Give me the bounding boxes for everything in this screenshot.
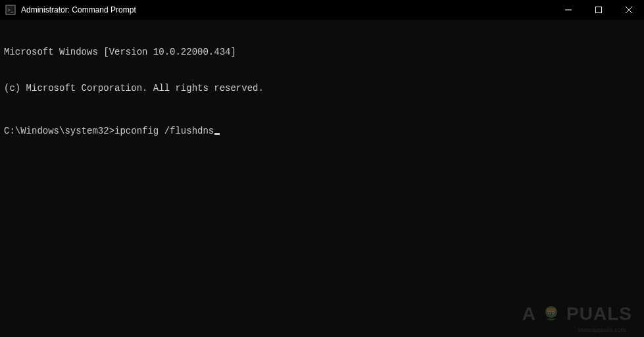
- typed-command: ipconfig /flushdns: [114, 125, 214, 137]
- svg-rect-3: [596, 7, 602, 13]
- terminal-output-line: Microsoft Windows [Version 10.0.22000.43…: [4, 46, 640, 58]
- close-icon: [626, 7, 632, 13]
- minimize-icon: [565, 7, 572, 13]
- svg-text:>_: >_: [7, 7, 14, 13]
- window-controls: [553, 0, 644, 19]
- prompt-line: C:\Windows\system32>ipconfig /flushdns: [4, 125, 640, 137]
- titlebar[interactable]: >_ Administrator: Command Prompt: [0, 0, 644, 20]
- maximize-button[interactable]: [583, 0, 614, 20]
- minimize-button[interactable]: [553, 0, 583, 20]
- prompt-path: C:\Windows\system32>: [4, 125, 114, 137]
- cursor: [214, 133, 220, 135]
- close-button[interactable]: [614, 0, 644, 20]
- terminal-area[interactable]: Microsoft Windows [Version 10.0.22000.43…: [0, 20, 644, 337]
- command-prompt-window: >_ Administrator: Command Prompt: [0, 0, 644, 337]
- cmd-icon: >_: [5, 5, 16, 15]
- maximize-icon: [595, 7, 602, 13]
- window-title: Administrator: Command Prompt: [21, 5, 553, 14]
- terminal-output-line: (c) Microsoft Corporation. All rights re…: [4, 82, 640, 94]
